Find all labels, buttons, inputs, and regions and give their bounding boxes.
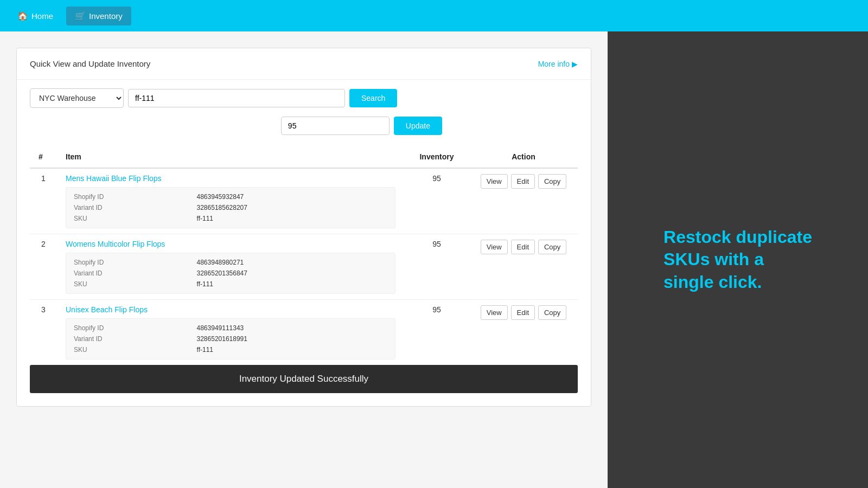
nav-home[interactable]: 🏠 Home <box>9 7 62 25</box>
row-inventory-1: 95 <box>404 168 469 234</box>
view-button-3[interactable]: View <box>481 305 508 320</box>
divider-1 <box>17 79 591 80</box>
search-row: NYC Warehouse LA Warehouse Chicago Wareh… <box>30 88 578 108</box>
item-meta-3: Shopify ID4863949111343 Variant ID328652… <box>66 318 395 359</box>
more-info-link[interactable]: More info ▶ <box>538 60 578 68</box>
view-button-2[interactable]: View <box>481 240 508 254</box>
cart-icon: 🛒 <box>75 11 86 21</box>
search-button[interactable]: Search <box>349 89 397 107</box>
nav-inventory-label: Inventory <box>89 11 123 21</box>
more-info-label: More info <box>538 60 570 68</box>
nav-home-label: Home <box>31 11 53 21</box>
item-meta-2: Shopify ID4863948980271 Variant ID328652… <box>66 253 395 294</box>
inventory-card: Quick View and Update Inventory More inf… <box>16 48 591 407</box>
col-header-action: Action <box>469 146 578 168</box>
row-num-2: 2 <box>30 234 57 300</box>
item-name-3[interactable]: Unisex Beach Flip Flops <box>66 305 395 314</box>
row-action-3: View Edit Copy <box>469 300 578 365</box>
toast-bar: Inventory Updated Successfully <box>30 365 578 393</box>
row-item-1: Mens Hawaii Blue Flip Flops Shopify ID48… <box>57 168 404 234</box>
edit-button-3[interactable]: Edit <box>511 305 535 320</box>
nav-inventory[interactable]: 🛒 Inventory <box>66 7 131 25</box>
warehouse-select[interactable]: NYC Warehouse LA Warehouse Chicago Wareh… <box>30 88 124 108</box>
table-row: 3 Unisex Beach Flip Flops Shopify ID4863… <box>30 300 578 365</box>
item-name-1[interactable]: Mens Hawaii Blue Flip Flops <box>66 174 395 183</box>
right-panel: Restock duplicateSKUs with asingle click… <box>608 31 868 488</box>
col-header-inventory: Inventory <box>404 146 469 168</box>
inventory-table: # Item Inventory Action 1 Mens Hawaii Bl… <box>30 146 578 365</box>
row-action-2: View Edit Copy <box>469 234 578 300</box>
row-num-1: 1 <box>30 168 57 234</box>
edit-button-2[interactable]: Edit <box>511 240 535 254</box>
table-row: 2 Womens Multicolor Flip Flops Shopify I… <box>30 234 578 300</box>
card-header: Quick View and Update Inventory More inf… <box>30 59 578 68</box>
update-quantity-input[interactable] <box>281 117 390 135</box>
col-header-num: # <box>30 146 57 168</box>
sku-search-input[interactable] <box>128 89 345 107</box>
card-title: Quick View and Update Inventory <box>30 59 150 68</box>
navbar: 🏠 Home 🛒 Inventory <box>0 0 868 31</box>
row-inventory-3: 95 <box>404 300 469 365</box>
copy-button-1[interactable]: Copy <box>538 174 566 189</box>
copy-button-2[interactable]: Copy <box>538 240 566 254</box>
update-row: Update <box>30 117 442 135</box>
home-icon: 🏠 <box>17 11 28 21</box>
row-action-1: View Edit Copy <box>469 168 578 234</box>
main-layout: Quick View and Update Inventory More inf… <box>0 31 868 488</box>
promo-text: Restock duplicateSKUs with asingle click… <box>663 226 812 294</box>
col-header-item: Item <box>57 146 404 168</box>
row-num-3: 3 <box>30 300 57 365</box>
row-item-2: Womens Multicolor Flip Flops Shopify ID4… <box>57 234 404 300</box>
copy-button-3[interactable]: Copy <box>538 305 566 320</box>
update-button[interactable]: Update <box>394 117 442 135</box>
item-name-2[interactable]: Womens Multicolor Flip Flops <box>66 240 395 248</box>
item-meta-1: Shopify ID4863945932847 Variant ID328651… <box>66 187 395 228</box>
row-inventory-2: 95 <box>404 234 469 300</box>
edit-button-1[interactable]: Edit <box>511 174 535 189</box>
toast-message: Inventory Updated Successfully <box>239 374 368 384</box>
row-item-3: Unisex Beach Flip Flops Shopify ID486394… <box>57 300 404 365</box>
more-info-arrow: ▶ <box>572 60 578 68</box>
table-row: 1 Mens Hawaii Blue Flip Flops Shopify ID… <box>30 168 578 234</box>
view-button-1[interactable]: View <box>481 174 508 189</box>
left-panel: Quick View and Update Inventory More inf… <box>0 31 608 488</box>
